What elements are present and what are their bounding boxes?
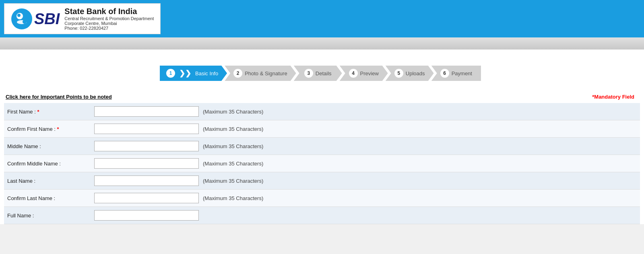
header-logo-box: SBI State Bank of India Central Recruitm… xyxy=(4,3,161,34)
form-section: Click here for Important Points to be no… xyxy=(0,91,644,224)
form-row-confirm-last-name: Confirm Last Name : (Maximum 35 Characte… xyxy=(4,190,640,207)
label-full-name: Full Name : xyxy=(6,213,94,219)
bank-name: State Bank of India xyxy=(64,7,154,16)
step-3[interactable]: 3 Details xyxy=(293,66,342,81)
phone: Phone: 022-22820427 xyxy=(64,26,154,31)
form-row-last-name: Last Name : (Maximum 35 Characters) xyxy=(4,172,640,190)
input-confirm-last-name-wrapper xyxy=(94,193,199,203)
form-row-first-name: First Name : * (Maximum 35 Characters) xyxy=(4,103,640,120)
form-row-full-name: Full Name : xyxy=(4,207,640,224)
step-1-label: Basic Info xyxy=(195,70,218,76)
hint-middle-name: (Maximum 35 Characters) xyxy=(203,143,263,149)
input-confirm-middle-name-wrapper xyxy=(94,158,199,169)
step-2[interactable]: 2 Photo & Signature xyxy=(224,66,296,81)
required-star-first-name: * xyxy=(37,109,39,115)
form-row-middle-name: Middle Name : (Maximum 35 Characters) xyxy=(4,138,640,155)
important-points-link[interactable]: Click here for Important Points to be no… xyxy=(6,92,112,101)
step-2-label: Photo & Signature xyxy=(245,70,287,76)
label-last-name: Last Name : xyxy=(6,178,94,184)
form-header: Click here for Important Points to be no… xyxy=(4,91,640,103)
label-confirm-first-name: Confirm First Name : * xyxy=(6,126,94,132)
step-3-number: 3 xyxy=(304,69,313,78)
step-3-label: Details xyxy=(316,70,332,76)
dept-line2: Corporate Centre, Mumbai xyxy=(64,21,154,26)
subheader-bar xyxy=(0,37,644,50)
mandatory-note: *Mandatory Field xyxy=(592,94,638,100)
step-6-label: Payment xyxy=(452,70,472,76)
steps-nav: 1 ❯❯ Basic Info 2 Photo & Signature 3 De… xyxy=(0,58,644,91)
input-middle-name-wrapper xyxy=(94,141,199,151)
required-star-cfn: * xyxy=(57,126,59,132)
step-5-number: 5 xyxy=(394,69,403,78)
step-2-number: 2 xyxy=(233,69,242,78)
svg-point-3 xyxy=(23,20,27,24)
label-confirm-middle-name: Confirm Middle Name : xyxy=(6,161,94,167)
step-6-number: 6 xyxy=(440,69,449,78)
hint-last-name: (Maximum 35 Characters) xyxy=(203,178,263,184)
step-5[interactable]: 5 Uploads xyxy=(385,66,434,81)
input-first-name-wrapper xyxy=(94,106,199,117)
dept-line1: Central Recruitment & Promotion Departme… xyxy=(64,16,154,21)
label-middle-name: Middle Name : xyxy=(6,143,94,149)
hint-confirm-last-name: (Maximum 35 Characters) xyxy=(203,195,263,201)
first-name-input[interactable] xyxy=(94,106,199,117)
page-header: SBI State Bank of India Central Recruitm… xyxy=(0,0,644,37)
last-name-input[interactable] xyxy=(94,176,199,186)
sbi-logo: SBI xyxy=(11,8,60,30)
step-1[interactable]: 1 ❯❯ Basic Info xyxy=(160,66,227,81)
hint-confirm-first-name: (Maximum 35 Characters) xyxy=(203,126,263,132)
label-confirm-last-name: Confirm Last Name : xyxy=(6,195,94,201)
form-row-confirm-middle-name: Confirm Middle Name : (Maximum 35 Charac… xyxy=(4,155,640,172)
confirm-middle-name-input[interactable] xyxy=(94,158,199,169)
input-last-name-wrapper xyxy=(94,176,199,186)
step-4[interactable]: 4 Preview xyxy=(339,66,388,81)
sbi-text-logo: SBI xyxy=(34,11,60,27)
input-confirm-first-name-wrapper xyxy=(94,124,199,134)
label-first-name: First Name : * xyxy=(6,109,94,115)
hint-first-name: (Maximum 35 Characters) xyxy=(203,109,263,115)
step-1-number: 1 xyxy=(166,69,175,78)
sbi-icon xyxy=(11,8,33,30)
svg-point-0 xyxy=(11,8,32,29)
step-6[interactable]: 6 Payment xyxy=(431,66,481,81)
main-content: 1 ❯❯ Basic Info 2 Photo & Signature 3 De… xyxy=(0,50,644,224)
hint-confirm-middle-name: (Maximum 35 Characters) xyxy=(203,161,263,167)
bank-info: State Bank of India Central Recruitment … xyxy=(64,7,154,31)
middle-name-input[interactable] xyxy=(94,141,199,151)
confirm-first-name-input[interactable] xyxy=(94,124,199,134)
full-name-input[interactable] xyxy=(94,210,199,221)
step-4-number: 4 xyxy=(349,69,358,78)
confirm-last-name-input[interactable] xyxy=(94,193,199,203)
svg-point-4 xyxy=(17,14,21,17)
step-4-label: Preview xyxy=(360,70,379,76)
form-row-confirm-first-name: Confirm First Name : * (Maximum 35 Chara… xyxy=(4,120,640,138)
input-full-name-wrapper xyxy=(94,210,199,221)
step-5-label: Uploads xyxy=(406,70,425,76)
